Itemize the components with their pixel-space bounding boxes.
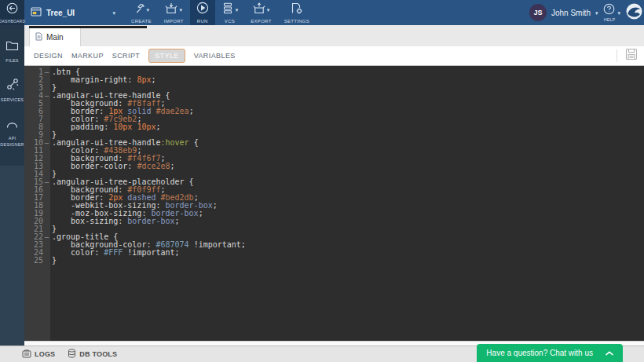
fold-gutter — [43, 108, 50, 115]
fold-gutter — [43, 249, 50, 257]
chat-widget[interactable]: Have a question? Chat with us — [477, 344, 623, 362]
fold-gutter — [43, 100, 50, 108]
chevron-down-icon: ▾ — [179, 7, 182, 13]
help-label: HELP — [604, 17, 615, 22]
hammer-icon — [134, 2, 145, 17]
sidebar-item-files[interactable]: FILES — [0, 33, 24, 71]
user-menu[interactable]: JS John Smith ▾ — [529, 4, 598, 21]
menu-label: IMPORT — [164, 19, 184, 24]
fold-marker-icon[interactable]: ‒ — [43, 233, 50, 241]
export-button[interactable]: ▾EXPORT — [244, 0, 277, 25]
wavemaker-logo — [626, 3, 642, 23]
fold-gutter — [43, 84, 50, 92]
sidebar-item-label: FILES — [5, 57, 18, 64]
chevron-down-icon: ▾ — [236, 7, 239, 13]
code-line: 20 box-sizing: border-box; — [24, 218, 644, 225]
services-icon — [6, 78, 19, 93]
tab-strip: Main — [24, 25, 644, 46]
code-line: 8 padding: 10px 10px; — [24, 123, 644, 131]
fold-gutter — [43, 115, 50, 123]
tab-style[interactable]: STYLE — [148, 49, 185, 63]
left-sidebar: FILESSERVICESAPI DESIGNER — [0, 25, 24, 346]
dashboard-icon — [6, 2, 18, 17]
topbar-menu: ▾CREATE▾IMPORTRUN▾VCS▾EXPORTSETTINGS — [125, 0, 316, 25]
project-name: Tree_UI — [46, 9, 75, 17]
main-panel: Main DESIGNMARKUPSCRIPTSTYLEVARIABLES 1‒… — [24, 25, 644, 346]
dashboard-label: DASHBOARD — [0, 19, 25, 24]
vcs-button[interactable]: ▾VCS — [215, 0, 245, 25]
fold-gutter — [43, 218, 50, 225]
fold-marker-icon[interactable]: ‒ — [43, 68, 50, 76]
fold-gutter — [43, 241, 50, 249]
fold-gutter — [43, 186, 50, 194]
menu-label: RUN — [197, 19, 208, 24]
tab-markup[interactable]: MARKUP — [71, 52, 104, 60]
chat-label: Have a question? Chat with us — [486, 349, 593, 357]
logs-icon — [22, 349, 31, 360]
fold-gutter — [43, 76, 50, 84]
mode-toolbar: DESIGNMARKUPSCRIPTSTYLEVARIABLES — [24, 46, 644, 66]
chevron-down-icon: ▾ — [267, 7, 270, 13]
fold-gutter — [43, 170, 50, 178]
code-text[interactable]: } — [50, 257, 57, 265]
code-line: 13 border-color: #dce2e8; — [24, 163, 644, 170]
import-icon — [165, 2, 177, 17]
settings-button[interactable]: SETTINGS — [278, 0, 316, 25]
run-icon — [196, 2, 209, 17]
folder-icon — [5, 40, 19, 54]
code-text[interactable]: margin-right: 8px; — [50, 76, 156, 84]
status-label: DB TOOLS — [79, 350, 117, 358]
settings-icon — [291, 2, 303, 17]
db-tools-button[interactable]: DB TOOLS — [68, 349, 117, 360]
code-text[interactable]: padding: 10px 10px; — [50, 123, 161, 131]
fold-gutter — [43, 155, 50, 163]
menu-label: CREATE — [131, 19, 152, 24]
toolbar-divider — [617, 49, 617, 62]
save-icon[interactable] — [625, 48, 638, 64]
create-button[interactable]: ▾CREATE — [125, 0, 158, 25]
sidebar-item-services[interactable]: SERVICES — [0, 71, 24, 110]
line-number: 25 — [24, 257, 43, 265]
fold-marker-icon[interactable]: ‒ — [43, 178, 50, 186]
fold-gutter — [43, 194, 50, 202]
api-designer-icon — [5, 118, 19, 132]
db-icon — [68, 349, 76, 360]
fold-gutter — [43, 257, 50, 265]
run-button[interactable]: RUN — [190, 0, 215, 25]
sidebar-item-label: SERVICES — [1, 97, 24, 103]
fold-marker-icon[interactable]: ‒ — [43, 92, 50, 100]
fold-gutter — [43, 147, 50, 155]
chevron-up-icon — [606, 349, 613, 357]
fold-gutter — [43, 225, 50, 233]
import-button[interactable]: ▾IMPORT — [158, 0, 190, 25]
help-button[interactable]: HELP — [603, 3, 615, 22]
sidebar-item-dashboard[interactable]: DASHBOARD — [0, 0, 24, 25]
code-line: 25} — [24, 257, 644, 265]
fold-gutter — [43, 210, 50, 218]
fold-gutter — [43, 202, 50, 210]
tab-script[interactable]: SCRIPT — [112, 52, 140, 60]
tab-main[interactable]: Main — [29, 28, 81, 46]
fold-gutter — [43, 131, 50, 139]
fold-gutter — [43, 123, 50, 131]
chevron-down-icon[interactable]: ▾ — [617, 10, 620, 16]
project-icon — [31, 5, 42, 20]
tab-variables[interactable]: VARIABLES — [194, 52, 236, 60]
tab-design[interactable]: DESIGN — [34, 52, 63, 60]
code-line: 2 margin-right: 8px; — [24, 76, 644, 84]
code-editor[interactable]: 1‒.btn {2 margin-right: 8px;3}4‒.angular… — [24, 66, 644, 341]
user-name: John Smith — [551, 9, 591, 17]
chevron-down-icon: ▾ — [595, 10, 598, 16]
chevron-down-icon: ▾ — [147, 7, 150, 13]
status-label: LOGS — [35, 350, 55, 358]
vcs-icon — [221, 2, 234, 17]
sidebar-item-api-designer[interactable]: API DESIGNER — [0, 111, 24, 155]
code-text[interactable]: color: #FFF !important; — [50, 249, 180, 257]
fold-marker-icon[interactable]: ‒ — [43, 139, 50, 147]
code-line: 24 color: #FFF !important; — [24, 249, 644, 257]
project-selector[interactable]: Tree_UI ▾ — [24, 0, 122, 25]
code-text[interactable]: border-color: #dce2e8; — [50, 163, 175, 170]
code-text[interactable]: box-sizing: border-box; — [50, 218, 180, 225]
logs-button[interactable]: LOGS — [22, 349, 55, 360]
avatar: JS — [529, 4, 547, 21]
